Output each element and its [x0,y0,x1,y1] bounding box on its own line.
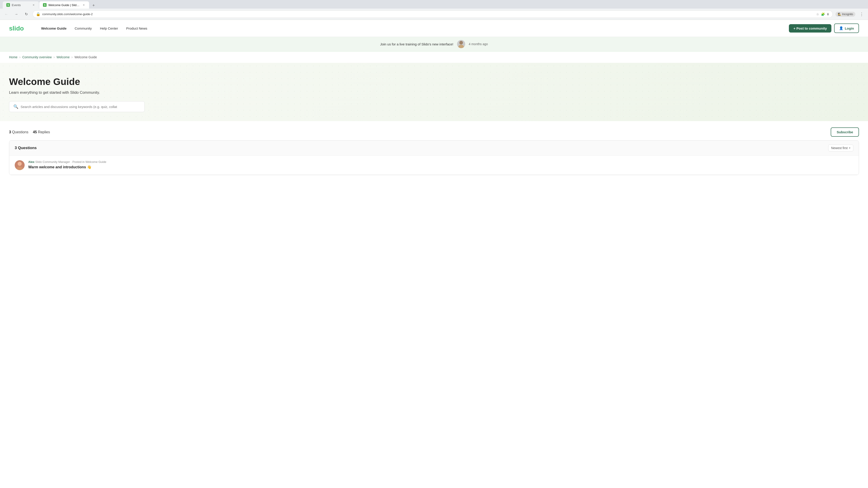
question-role-text: Slido Community Manager [35,160,70,164]
question-author[interactable]: Alex [28,160,34,164]
breadcrumb: Home › Community overview › Welcome › We… [0,52,868,63]
questions-label: Questions [12,130,28,134]
questions-section: 3 Questions Newest first ▾ Alex [0,140,868,184]
svg-text:slido: slido [9,25,24,32]
slido-logo-svg: slido [9,24,27,32]
questions-stat: 3 Questions [9,130,28,134]
questions-count: 3 [9,130,11,134]
site-header: slido Welcome Guide Community Help Cente… [0,20,868,37]
incognito-icon: 🕵 [838,13,841,16]
questions-card: 3 Questions Newest first ▾ Alex [9,140,859,175]
subscribe-button[interactable]: Subscribe [831,127,859,137]
post-to-community-button[interactable]: + Post to community [789,24,831,33]
stats-left: 3 Questions 45 Replies [9,130,50,134]
site-nav: Welcome Guide Community Help Center Prod… [38,25,782,32]
breadcrumb-sep-1: › [19,55,20,59]
tab-title-events: Events [12,3,30,7]
reload-button[interactable]: ↻ [23,11,30,18]
replies-stat: 45 Replies [33,130,50,134]
page-content: slido Welcome Guide Community Help Cente… [0,20,868,184]
avatar-img [15,160,25,170]
hero-search[interactable]: 🔍 [9,101,145,112]
tab-favicon-welcome: S [43,3,46,7]
nav-product-news[interactable]: Product News [123,25,150,32]
avatar [15,160,25,170]
address-text: community.slido.com/welcome-guide-2 [42,12,814,16]
incognito-label: Incognito [842,13,853,16]
replies-label: Replies [38,130,50,134]
login-icon: 👤 [839,26,843,30]
browser-tab-events[interactable]: S Events ✕ [3,1,39,8]
download-icon[interactable]: ⬇ [827,12,829,16]
banner-avatar-img [457,40,465,48]
sort-label: Newest first [831,146,848,150]
hero-section: Welcome Guide Learn everything to get st… [0,63,868,121]
hero-content: Welcome Guide Learn everything to get st… [9,76,167,112]
banner-text: Join us for a live training of Slido's n… [380,42,454,46]
breadcrumb-welcome[interactable]: Welcome [57,55,70,59]
extensions-icon[interactable]: 🧩 [821,12,825,16]
question-title[interactable]: Warm welcome and introductions 👋 [28,165,106,169]
tab-favicon-events: S [6,3,10,7]
forward-button[interactable]: → [13,11,20,18]
hero-subtitle: Learn everything to get started with Sli… [9,90,167,95]
question-posted-in: Posted in Welcome Guide [72,160,106,164]
incognito-badge: 🕵 Incognito [835,12,855,17]
new-tab-button[interactable]: + [90,2,97,8]
question-meta: Alex Slido Community Manager · Posted in… [28,160,106,164]
address-icons: ☆ 🧩 ⬇ [816,12,829,16]
nav-community[interactable]: Community [71,25,95,32]
question-item: Alex Slido Community Manager · Posted in… [9,156,859,175]
breadcrumb-home[interactable]: Home [9,55,18,59]
address-bar-row: ← → ↻ 🔒 community.slido.com/welcome-guid… [0,8,868,20]
back-button[interactable]: ← [3,11,10,18]
search-input[interactable] [21,105,141,109]
site-banner[interactable]: Join us for a live training of Slido's n… [0,37,868,52]
questions-header: 3 Questions Newest first ▾ [9,140,859,156]
browser-chrome: S Events ✕ S Welcome Guide | Slido Commu… [0,0,868,20]
banner-avatar [457,40,465,48]
questions-section-title: 3 Questions [15,146,37,150]
login-label: Login [845,26,854,30]
svg-point-2 [458,45,464,48]
star-icon[interactable]: ☆ [816,12,819,16]
lock-icon: 🔒 [36,12,40,16]
stats-row: 3 Questions 45 Replies Subscribe [0,121,868,140]
chevron-down-icon: ▾ [849,147,850,150]
breadcrumb-sep-2: › [54,55,55,59]
browser-tab-welcome-guide[interactable]: S Welcome Guide | Slido Commu... ✕ [39,1,89,8]
breadcrumb-community-overview[interactable]: Community overview [22,55,52,59]
sort-dropdown[interactable]: Newest first ▾ [828,144,853,151]
svg-point-1 [459,41,463,44]
breadcrumb-sep-3: › [71,55,72,59]
tab-close-welcome[interactable]: ✕ [82,3,86,7]
tab-title-welcome: Welcome Guide | Slido Commu... [49,3,80,7]
tab-close-events[interactable]: ✕ [32,3,35,7]
login-button[interactable]: 👤 Login [834,24,859,33]
svg-point-4 [18,162,22,166]
question-content: Alex Slido Community Manager · Posted in… [28,160,106,170]
replies-count: 45 [33,130,37,134]
search-icon: 🔍 [13,104,18,109]
address-bar[interactable]: 🔒 community.slido.com/welcome-guide-2 ☆ … [33,10,833,18]
tabs-row: S Events ✕ S Welcome Guide | Slido Commu… [0,0,868,8]
nav-help-center[interactable]: Help Center [97,25,121,32]
breadcrumb-current: Welcome Guide [74,55,97,59]
banner-time: 4 months ago [469,42,488,46]
nav-welcome-guide[interactable]: Welcome Guide [38,25,70,32]
header-actions: + Post to community 👤 Login [789,24,859,33]
browser-menu-button[interactable]: ⋮ [858,11,865,18]
page-title: Welcome Guide [9,76,167,87]
site-logo[interactable]: slido [9,24,27,32]
